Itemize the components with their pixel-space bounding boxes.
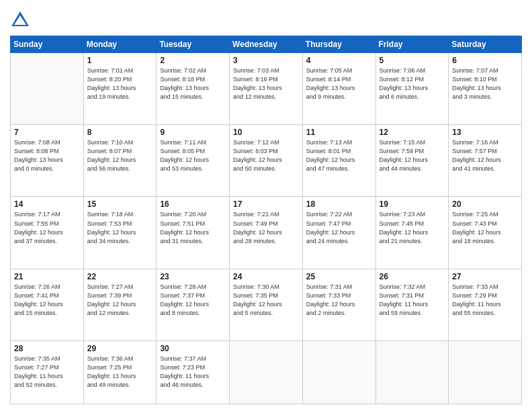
day-number: 20 xyxy=(452,199,518,209)
day-info: Sunrise: 7:17 AM Sunset: 7:55 PM Dayligh… xyxy=(14,210,80,245)
day-cell: 30Sunrise: 7:37 AM Sunset: 7:23 PM Dayli… xyxy=(157,340,230,404)
day-info: Sunrise: 7:15 AM Sunset: 7:59 PM Dayligh… xyxy=(380,138,445,173)
day-cell: 20Sunrise: 7:25 AM Sunset: 7:43 PM Dayli… xyxy=(449,197,522,269)
day-number: 11 xyxy=(306,128,372,137)
day-cell: 24Sunrise: 7:30 AM Sunset: 7:35 PM Dayli… xyxy=(230,269,303,340)
day-cell xyxy=(375,340,449,404)
day-number: 16 xyxy=(160,199,226,209)
day-cell: 26Sunrise: 7:32 AM Sunset: 7:31 PM Dayli… xyxy=(375,269,449,340)
day-info: Sunrise: 7:18 AM Sunset: 7:53 PM Dayligh… xyxy=(87,210,153,245)
day-header: Monday xyxy=(83,36,157,53)
day-cell: 28Sunrise: 7:35 AM Sunset: 7:27 PM Dayli… xyxy=(11,340,84,404)
day-info: Sunrise: 7:30 AM Sunset: 7:35 PM Dayligh… xyxy=(233,283,299,318)
week-row: 21Sunrise: 7:26 AM Sunset: 7:41 PM Dayli… xyxy=(11,269,522,340)
day-cell xyxy=(230,340,303,404)
day-cell: 22Sunrise: 7:27 AM Sunset: 7:39 PM Dayli… xyxy=(83,269,157,340)
day-cell: 27Sunrise: 7:33 AM Sunset: 7:29 PM Dayli… xyxy=(449,269,522,340)
day-number: 7 xyxy=(14,128,80,137)
day-info: Sunrise: 7:12 AM Sunset: 8:03 PM Dayligh… xyxy=(233,138,299,173)
day-number: 1 xyxy=(87,56,153,65)
day-number: 23 xyxy=(160,272,226,281)
day-number: 15 xyxy=(87,199,153,209)
day-header: Wednesday xyxy=(230,36,303,53)
day-cell: 9Sunrise: 7:11 AM Sunset: 8:05 PM Daylig… xyxy=(157,125,230,197)
day-info: Sunrise: 7:03 AM Sunset: 8:16 PM Dayligh… xyxy=(233,66,299,101)
day-cell: 14Sunrise: 7:17 AM Sunset: 7:55 PM Dayli… xyxy=(11,197,84,269)
day-cell: 19Sunrise: 7:23 AM Sunset: 7:45 PM Dayli… xyxy=(375,197,449,269)
day-info: Sunrise: 7:07 AM Sunset: 8:10 PM Dayligh… xyxy=(452,66,518,101)
day-info: Sunrise: 7:22 AM Sunset: 7:47 PM Dayligh… xyxy=(306,210,372,245)
day-info: Sunrise: 7:05 AM Sunset: 8:14 PM Dayligh… xyxy=(306,66,372,101)
day-info: Sunrise: 7:11 AM Sunset: 8:05 PM Dayligh… xyxy=(160,138,226,173)
day-cell: 11Sunrise: 7:13 AM Sunset: 8:01 PM Dayli… xyxy=(302,125,375,197)
day-number: 25 xyxy=(306,272,372,281)
day-number: 8 xyxy=(87,128,153,137)
day-number: 30 xyxy=(160,344,226,353)
day-number: 29 xyxy=(87,344,153,353)
day-info: Sunrise: 7:26 AM Sunset: 7:41 PM Dayligh… xyxy=(14,283,80,318)
day-number: 22 xyxy=(87,272,153,281)
header xyxy=(10,10,522,30)
day-number: 26 xyxy=(380,272,445,281)
day-header: Saturday xyxy=(449,36,522,53)
day-info: Sunrise: 7:21 AM Sunset: 7:49 PM Dayligh… xyxy=(233,210,299,245)
day-number: 27 xyxy=(452,272,518,281)
day-cell: 15Sunrise: 7:18 AM Sunset: 7:53 PM Dayli… xyxy=(83,197,157,269)
day-info: Sunrise: 7:06 AM Sunset: 8:12 PM Dayligh… xyxy=(380,66,445,101)
day-cell: 10Sunrise: 7:12 AM Sunset: 8:03 PM Dayli… xyxy=(230,125,303,197)
logo-icon xyxy=(10,10,30,30)
week-row: 28Sunrise: 7:35 AM Sunset: 7:27 PM Dayli… xyxy=(11,340,522,404)
week-row: 1Sunrise: 7:01 AM Sunset: 8:20 PM Daylig… xyxy=(11,53,522,125)
day-cell: 5Sunrise: 7:06 AM Sunset: 8:12 PM Daylig… xyxy=(375,53,449,125)
day-info: Sunrise: 7:13 AM Sunset: 8:01 PM Dayligh… xyxy=(306,138,372,173)
logo xyxy=(10,10,33,30)
day-number: 12 xyxy=(380,128,445,137)
day-cell: 4Sunrise: 7:05 AM Sunset: 8:14 PM Daylig… xyxy=(302,53,375,125)
day-cell: 12Sunrise: 7:15 AM Sunset: 7:59 PM Dayli… xyxy=(375,125,449,197)
calendar: SundayMondayTuesdayWednesdayThursdayFrid… xyxy=(10,36,522,404)
day-cell: 1Sunrise: 7:01 AM Sunset: 8:20 PM Daylig… xyxy=(83,53,157,125)
day-info: Sunrise: 7:23 AM Sunset: 7:45 PM Dayligh… xyxy=(380,210,445,245)
day-info: Sunrise: 7:01 AM Sunset: 8:20 PM Dayligh… xyxy=(87,66,153,101)
day-cell: 25Sunrise: 7:31 AM Sunset: 7:33 PM Dayli… xyxy=(302,269,375,340)
day-info: Sunrise: 7:25 AM Sunset: 7:43 PM Dayligh… xyxy=(452,210,518,245)
day-info: Sunrise: 7:16 AM Sunset: 7:57 PM Dayligh… xyxy=(452,138,518,173)
day-info: Sunrise: 7:27 AM Sunset: 7:39 PM Dayligh… xyxy=(87,283,153,318)
week-row: 7Sunrise: 7:08 AM Sunset: 8:08 PM Daylig… xyxy=(11,125,522,197)
day-cell: 23Sunrise: 7:28 AM Sunset: 7:37 PM Dayli… xyxy=(157,269,230,340)
week-row: 14Sunrise: 7:17 AM Sunset: 7:55 PM Dayli… xyxy=(11,197,522,269)
day-info: Sunrise: 7:36 AM Sunset: 7:25 PM Dayligh… xyxy=(87,355,153,390)
day-cell: 21Sunrise: 7:26 AM Sunset: 7:41 PM Dayli… xyxy=(11,269,84,340)
day-header: Sunday xyxy=(11,36,84,53)
day-cell: 16Sunrise: 7:20 AM Sunset: 7:51 PM Dayli… xyxy=(157,197,230,269)
header-row: SundayMondayTuesdayWednesdayThursdayFrid… xyxy=(11,36,522,53)
day-cell: 2Sunrise: 7:02 AM Sunset: 8:18 PM Daylig… xyxy=(157,53,230,125)
day-info: Sunrise: 7:31 AM Sunset: 7:33 PM Dayligh… xyxy=(306,283,372,318)
day-number: 13 xyxy=(452,128,518,137)
day-cell: 6Sunrise: 7:07 AM Sunset: 8:10 PM Daylig… xyxy=(449,53,522,125)
day-info: Sunrise: 7:35 AM Sunset: 7:27 PM Dayligh… xyxy=(14,355,80,390)
day-number: 18 xyxy=(306,199,372,209)
day-info: Sunrise: 7:28 AM Sunset: 7:37 PM Dayligh… xyxy=(160,283,226,318)
day-number: 5 xyxy=(380,56,445,65)
day-info: Sunrise: 7:02 AM Sunset: 8:18 PM Dayligh… xyxy=(160,66,226,101)
day-number: 17 xyxy=(233,199,299,209)
day-cell: 3Sunrise: 7:03 AM Sunset: 8:16 PM Daylig… xyxy=(230,53,303,125)
day-number: 9 xyxy=(160,128,226,137)
day-header: Friday xyxy=(375,36,449,53)
page: SundayMondayTuesdayWednesdayThursdayFrid… xyxy=(0,0,532,411)
day-header: Thursday xyxy=(302,36,375,53)
day-info: Sunrise: 7:10 AM Sunset: 8:07 PM Dayligh… xyxy=(87,138,153,173)
day-number: 24 xyxy=(233,272,299,281)
day-number: 10 xyxy=(233,128,299,137)
day-number: 6 xyxy=(452,56,518,65)
day-cell: 18Sunrise: 7:22 AM Sunset: 7:47 PM Dayli… xyxy=(302,197,375,269)
day-number: 19 xyxy=(380,199,445,209)
day-cell xyxy=(449,340,522,404)
day-cell: 17Sunrise: 7:21 AM Sunset: 7:49 PM Dayli… xyxy=(230,197,303,269)
day-number: 28 xyxy=(14,344,80,353)
day-cell: 13Sunrise: 7:16 AM Sunset: 7:57 PM Dayli… xyxy=(449,125,522,197)
day-number: 14 xyxy=(14,199,80,209)
day-number: 4 xyxy=(306,56,372,65)
day-cell xyxy=(302,340,375,404)
